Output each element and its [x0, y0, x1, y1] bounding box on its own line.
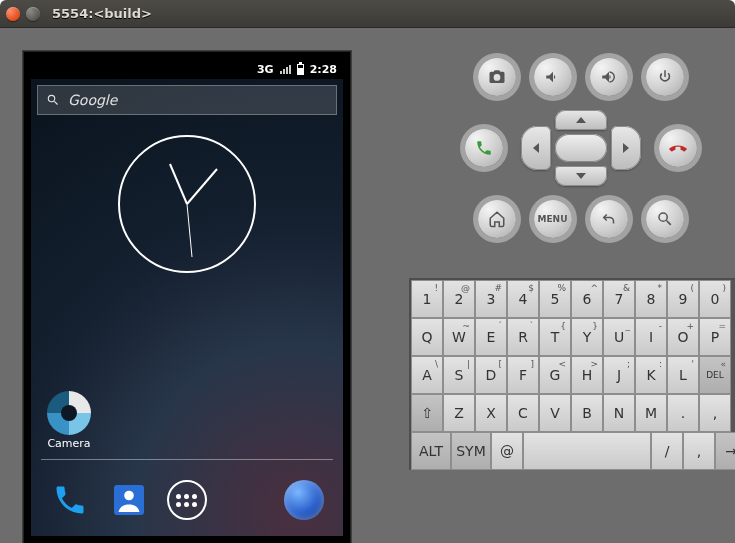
key-g[interactable]: <G — [539, 356, 571, 394]
key-space[interactable] — [523, 432, 651, 470]
end-call-icon — [668, 138, 688, 158]
dpad-center[interactable] — [555, 134, 607, 162]
analog-clock-widget[interactable] — [112, 129, 262, 279]
back-button[interactable] — [590, 200, 628, 238]
key-r[interactable]: `R — [507, 318, 539, 356]
key-/[interactable]: / — [651, 432, 683, 470]
volume-down-button[interactable] — [534, 58, 572, 96]
key-9[interactable]: (9 — [667, 280, 699, 318]
key-sym[interactable]: SYM — [451, 432, 491, 470]
volume-up-button[interactable] — [590, 58, 628, 96]
power-button[interactable] — [646, 58, 684, 96]
menu-button[interactable]: MENU — [534, 200, 572, 238]
key-1[interactable]: !1 — [411, 280, 443, 318]
emulator-controls: MENU !1@2#3$4%5^6&7*8(9)0Q~W´E`R{T}Y_U-I… — [374, 28, 735, 543]
key-@[interactable]: @ — [491, 432, 523, 470]
key-del[interactable]: «DEL — [699, 356, 731, 394]
key-b[interactable]: B — [571, 394, 603, 432]
key-o[interactable]: +O — [667, 318, 699, 356]
svg-point-5 — [124, 491, 134, 501]
key-i[interactable]: -I — [635, 318, 667, 356]
svg-line-1 — [187, 169, 217, 204]
contacts-app[interactable] — [107, 478, 151, 522]
key-c[interactable]: C — [507, 394, 539, 432]
phone-app[interactable] — [48, 478, 92, 522]
key-j[interactable]: ;J — [603, 356, 635, 394]
network-label: 3G — [257, 63, 274, 76]
key-2[interactable]: @2 — [443, 280, 475, 318]
close-button[interactable] — [6, 7, 20, 21]
key-4[interactable]: $4 — [507, 280, 539, 318]
key-,[interactable]: , — [683, 432, 715, 470]
power-icon — [656, 68, 674, 86]
device-screen[interactable]: 3G 2:28 Google Came — [31, 59, 343, 536]
key-7[interactable]: &7 — [603, 280, 635, 318]
key-u[interactable]: _U — [603, 318, 635, 356]
key-z[interactable]: Z — [443, 394, 475, 432]
svg-line-2 — [170, 164, 187, 204]
battery-icon — [297, 64, 304, 75]
globe-icon — [284, 480, 324, 520]
contacts-icon — [111, 482, 147, 518]
signal-icon — [280, 64, 291, 74]
key-k[interactable]: :K — [635, 356, 667, 394]
app-launcher[interactable] — [165, 478, 209, 522]
key-s[interactable]: |S — [443, 356, 475, 394]
key-d[interactable]: [D — [475, 356, 507, 394]
key-p[interactable]: =P — [699, 318, 731, 356]
key-5[interactable]: %5 — [539, 280, 571, 318]
home-icon — [488, 210, 506, 228]
camera-button[interactable] — [478, 58, 516, 96]
camera-icon — [47, 391, 91, 435]
key-q[interactable]: Q — [411, 318, 443, 356]
dpad — [521, 110, 641, 186]
svg-line-3 — [187, 204, 192, 257]
key-f[interactable]: ]F — [507, 356, 539, 394]
window-titlebar: 5554:<build> — [0, 0, 735, 28]
camera-app-shortcut[interactable]: Camera — [47, 391, 91, 450]
key-x[interactable]: X — [475, 394, 507, 432]
dpad-right[interactable] — [611, 126, 641, 170]
dpad-down[interactable] — [555, 166, 607, 186]
key-,[interactable]: , — [699, 394, 731, 432]
browser-app[interactable] — [282, 478, 326, 522]
key-l[interactable]: 'L — [667, 356, 699, 394]
clock-label: 2:28 — [310, 63, 337, 76]
volume-up-icon — [600, 68, 618, 86]
key-alt[interactable]: ALT — [411, 432, 451, 470]
camera-label: Camera — [47, 437, 91, 450]
key-6[interactable]: ^6 — [571, 280, 603, 318]
end-call-button[interactable] — [659, 129, 697, 167]
key-e[interactable]: ´E — [475, 318, 507, 356]
key-y[interactable]: }Y — [571, 318, 603, 356]
apps-icon — [167, 480, 207, 520]
minimize-button[interactable] — [26, 7, 40, 21]
key-a[interactable]: \A — [411, 356, 443, 394]
search-icon — [46, 93, 60, 107]
google-search-widget[interactable]: Google — [37, 85, 337, 115]
home-button[interactable] — [478, 200, 516, 238]
android-dock — [31, 478, 343, 522]
key-m[interactable]: M — [635, 394, 667, 432]
hardware-keyboard: !1@2#3$4%5^6&7*8(9)0Q~W´E`R{T}Y_U-I+O=P\… — [409, 278, 735, 470]
search-button[interactable] — [646, 200, 684, 238]
dock-divider — [41, 459, 333, 460]
call-button[interactable] — [465, 129, 503, 167]
key-h[interactable]: >H — [571, 356, 603, 394]
dpad-up[interactable] — [555, 110, 607, 130]
camera-icon — [488, 68, 506, 86]
volume-down-icon — [544, 68, 562, 86]
key-n[interactable]: N — [603, 394, 635, 432]
search-icon — [656, 210, 674, 228]
key-0[interactable]: )0 — [699, 280, 731, 318]
key-t[interactable]: {T — [539, 318, 571, 356]
key-3[interactable]: #3 — [475, 280, 507, 318]
key-.[interactable]: . — [667, 394, 699, 432]
key-w[interactable]: ~W — [443, 318, 475, 356]
key-v[interactable]: V — [539, 394, 571, 432]
call-icon — [475, 139, 493, 157]
dpad-left[interactable] — [521, 126, 551, 170]
key-→[interactable]: → — [715, 432, 735, 470]
key-⇧[interactable]: ⇧ — [411, 394, 443, 432]
key-8[interactable]: *8 — [635, 280, 667, 318]
